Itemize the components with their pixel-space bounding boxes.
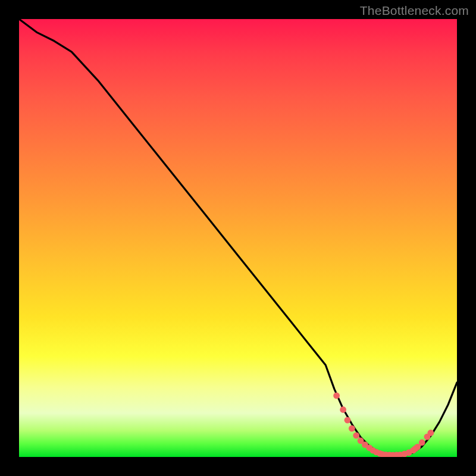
curve-marker: [333, 393, 340, 399]
watermark-text: TheBottleneck.com: [360, 4, 469, 18]
plot-area: [19, 19, 457, 457]
curve-markers: [333, 393, 434, 457]
chart-stage: TheBottleneck.com: [0, 0, 476, 476]
bottleneck-curve: [19, 19, 457, 455]
curve-marker: [353, 433, 359, 439]
curve-marker: [427, 430, 434, 436]
curve-marker: [340, 406, 346, 413]
curve-marker: [419, 439, 425, 446]
curve-marker: [349, 425, 355, 432]
curve-marker: [345, 417, 351, 424]
curve-layer: [19, 19, 457, 457]
